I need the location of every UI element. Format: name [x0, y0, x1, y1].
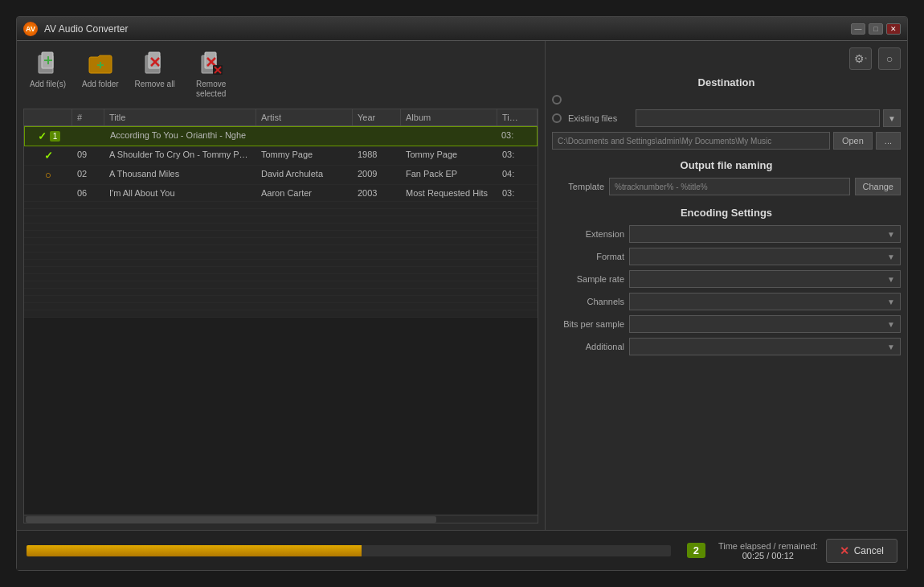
table-row[interactable] [24, 209, 538, 216]
format-dropdown[interactable]: ▼ [629, 248, 901, 265]
main-content: Add file(s) Add folder [17, 41, 907, 530]
bits-per-sample-dropdown[interactable]: ▼ [629, 315, 901, 333]
table-row[interactable] [24, 281, 538, 289]
existing-files-label: Existing files [568, 113, 632, 123]
table-row[interactable] [24, 252, 538, 260]
row-num: 09 [72, 146, 104, 165]
add-folder-label: Add folder [82, 80, 119, 89]
row-num: 02 [72, 166, 104, 184]
table-row[interactable]: ✓ 1 According To You - Orianthi - Nghe 0… [24, 126, 538, 146]
table-row[interactable] [24, 303, 538, 310]
app-icon: AV [23, 22, 38, 36]
bits-per-sample-label: Bits per sample [552, 319, 624, 329]
row-num: 06 [72, 185, 104, 201]
row-title: A Shoulder To Cry On - Tommy Page [104, 146, 256, 165]
app-title: AV Audio Converter [44, 23, 851, 35]
row-time: 03: [497, 146, 538, 165]
restore-button[interactable]: □ [869, 23, 883, 35]
col-year: Year [353, 109, 401, 125]
remove-all-icon [142, 51, 168, 76]
cancel-label: Cancel [854, 545, 884, 556]
time-value: 00:25 / 00:12 [718, 551, 818, 560]
additional-label: Additional [552, 342, 624, 351]
table-row[interactable] [24, 274, 538, 281]
settings-icon: ⚙ [854, 52, 865, 65]
row-album: Most Requested Hits [401, 185, 497, 201]
extension-row: Extension ▼ [552, 225, 901, 243]
remove-selected-button[interactable]: Remove selected [185, 47, 238, 102]
remove-all-button[interactable]: Remove all [129, 47, 182, 92]
sample-rate-dropdown[interactable]: ▼ [629, 270, 901, 288]
template-input[interactable] [609, 178, 850, 195]
row-number-badge: 1 [50, 131, 61, 142]
encoding-title: Encoding Settings [552, 207, 901, 219]
info-icon: ○ [886, 52, 893, 65]
format-label: Format [552, 252, 624, 261]
remove-selected-label: Remove selected [191, 80, 231, 99]
open-button[interactable]: Open [833, 132, 873, 150]
table-row[interactable] [24, 245, 538, 252]
existing-files-dropdown[interactable]: ▼ [883, 109, 901, 127]
check-icon: ✓ [38, 130, 47, 142]
settings-button[interactable]: ⚙ * [849, 47, 872, 70]
extension-dropdown[interactable]: ▼ [629, 225, 901, 243]
format-dropdown-arrow: ▼ [887, 252, 895, 261]
sample-rate-dropdown-arrow: ▼ [887, 275, 895, 284]
step-badge: 2 [687, 543, 705, 558]
radio-button-1[interactable] [552, 95, 562, 105]
table-row[interactable] [24, 260, 538, 267]
col-num: # [72, 109, 104, 125]
change-button[interactable]: Change [855, 178, 901, 195]
channels-row: Channels ▼ [552, 293, 901, 310]
destination-section: Destination Existing files ▼ Open ... [552, 76, 901, 159]
col-status [24, 109, 72, 125]
cancel-button[interactable]: ✕ Cancel [826, 539, 897, 563]
col-title: Title [104, 109, 256, 125]
row-time: 03: [497, 127, 537, 146]
row-artist: Tommy Page [256, 146, 353, 165]
table-row[interactable] [24, 310, 538, 318]
remove-selected-icon [198, 51, 224, 76]
add-files-button[interactable]: Add file(s) [23, 47, 72, 92]
browse-button[interactable]: ... [876, 132, 901, 150]
row-artist: David Archuleta [256, 166, 353, 184]
file-list-header: # Title Artist Year Album Ti… [24, 109, 538, 126]
path-row: Open ... [552, 132, 901, 150]
status-cell: ○ [24, 166, 72, 184]
info-button[interactable]: ○ [878, 47, 901, 70]
status-cell [24, 185, 72, 201]
status-cell: ✓ [24, 146, 72, 165]
settings-asterisk: * [865, 55, 867, 63]
table-row[interactable] [24, 216, 538, 224]
add-folder-button[interactable]: Add folder [76, 47, 125, 92]
path-input[interactable] [552, 132, 830, 150]
close-button[interactable]: ✕ [886, 23, 901, 35]
row-artist [256, 127, 352, 146]
channels-dropdown[interactable]: ▼ [629, 293, 901, 310]
row-year [352, 127, 400, 146]
radio-row-1 [552, 95, 901, 105]
row-album: Tommy Page [401, 146, 497, 165]
table-row[interactable] [24, 202, 538, 209]
sample-rate-label: Sample rate [552, 274, 624, 284]
output-naming-title: Output file naming [552, 159, 901, 171]
additional-dropdown[interactable]: ▼ [629, 338, 901, 355]
col-album: Album [401, 109, 497, 125]
table-row[interactable] [24, 238, 538, 245]
channels-dropdown-arrow: ▼ [887, 298, 895, 306]
table-row[interactable]: 06 I'm All About You Aaron Carter 2003 M… [24, 185, 538, 202]
table-row[interactable] [24, 289, 538, 296]
destination-title: Destination [552, 76, 901, 88]
table-row[interactable] [24, 296, 538, 303]
table-row[interactable] [24, 267, 538, 274]
table-row[interactable]: ✓ 09 A Shoulder To Cry On - Tommy Page T… [24, 146, 538, 166]
table-row[interactable] [24, 231, 538, 238]
radio-button-2[interactable] [552, 113, 562, 123]
table-row[interactable]: ○ 02 A Thousand Miles David Archuleta 20… [24, 166, 538, 185]
extension-dropdown-arrow: ▼ [887, 230, 895, 239]
row-time: 03: [497, 185, 538, 201]
existing-files-input[interactable] [636, 109, 880, 127]
table-row[interactable] [24, 224, 538, 231]
existing-files-row: Existing files ▼ [568, 109, 901, 127]
minimize-button[interactable]: — [851, 23, 865, 35]
